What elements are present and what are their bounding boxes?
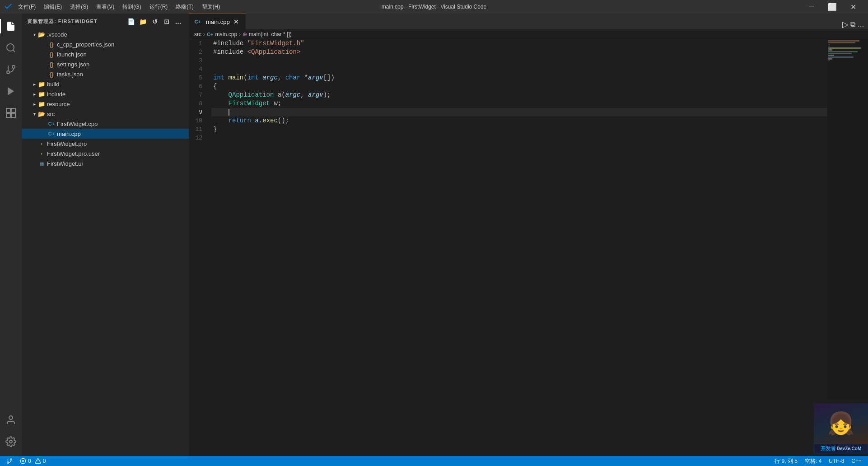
tree-item-c-cpp-properties[interactable]: {} c_cpp_properties.json bbox=[22, 39, 189, 49]
split-editor-button[interactable]: ⧉ bbox=[850, 20, 855, 28]
close-button[interactable]: ✕ bbox=[843, 0, 863, 14]
run-button[interactable]: ▷ bbox=[842, 19, 849, 29]
menu-goto[interactable]: 转到(G) bbox=[119, 0, 145, 14]
activity-run-debug[interactable] bbox=[0, 80, 22, 102]
breadcrumb-symbol-icon: ⊕ bbox=[243, 31, 247, 37]
tree-item-tasks[interactable]: {} tasks.json bbox=[22, 69, 189, 79]
code-line-1: #include "FirstWidget.h" bbox=[211, 39, 827, 48]
status-position[interactable]: 行 9, 列 5 bbox=[771, 456, 801, 466]
menu-help[interactable]: 帮助(H) bbox=[198, 0, 224, 14]
menu-edit[interactable]: 编辑(E) bbox=[40, 0, 65, 14]
activity-extensions[interactable] bbox=[0, 102, 22, 124]
mini-line-3 bbox=[828, 44, 830, 45]
mini-line-8 bbox=[828, 53, 852, 54]
more-actions-button[interactable]: … bbox=[857, 20, 864, 28]
corner-badge: 开发者 DevZe.CoM bbox=[814, 444, 868, 453]
tree-item-firstwidgetcpp[interactable]: C+ FirstWidget.cpp bbox=[22, 119, 189, 129]
activity-settings[interactable] bbox=[0, 431, 22, 452]
token: ); bbox=[323, 91, 331, 98]
svg-line-1 bbox=[13, 50, 15, 52]
explorer-icon bbox=[5, 21, 16, 32]
tree-item-firstwidgetpro[interactable]: ▪ FirstWidget.pro bbox=[22, 139, 189, 149]
token bbox=[213, 117, 229, 124]
tree-item-maincpp[interactable]: C+ main.cpp bbox=[22, 129, 189, 139]
chevron-right-icon-3: ▸ bbox=[32, 102, 37, 107]
folder-icon-include: 📁 bbox=[38, 91, 45, 98]
more-button[interactable]: … bbox=[173, 17, 183, 27]
token: argc bbox=[262, 74, 278, 81]
mini-line-2 bbox=[828, 42, 855, 43]
status-encoding[interactable]: UTF-8 bbox=[825, 456, 848, 466]
breadcrumb-sep-2: › bbox=[239, 31, 241, 37]
restore-button[interactable]: ⬜ bbox=[822, 0, 843, 14]
tree-item-launch[interactable]: {} launch.json bbox=[22, 49, 189, 59]
corner-badge-text: 开发者 bbox=[821, 446, 835, 451]
token: { bbox=[213, 83, 217, 90]
json-icon-2: {} bbox=[48, 51, 55, 58]
position-text: 行 9, 列 5 bbox=[775, 457, 798, 465]
tree-item-settings[interactable]: {} settings.json bbox=[22, 59, 189, 69]
new-folder-button[interactable]: 📁 bbox=[138, 17, 148, 27]
code-editor[interactable]: 1 2 3 4 5 6 7 8 9 10 11 12 #include "Fir… bbox=[189, 39, 868, 456]
activity-account[interactable] bbox=[0, 409, 22, 431]
tab-close-button[interactable]: ✕ bbox=[233, 18, 240, 25]
tree-item-firstwidgetui[interactable]: ▦ FirstWidget.ui bbox=[22, 158, 189, 168]
tree-item-vscode[interactable]: ▾ 📂 .vscode bbox=[22, 29, 189, 39]
status-errors[interactable]: 0 0 bbox=[16, 456, 49, 466]
refresh-button[interactable]: ↺ bbox=[150, 17, 160, 27]
tree-item-include[interactable]: ▸ 📁 include bbox=[22, 89, 189, 99]
titlebar-menu: 文件(F) 编辑(E) 选择(S) 查看(V) 转到(G) 运行(R) 终端(T… bbox=[14, 0, 224, 14]
svg-rect-8 bbox=[6, 113, 10, 117]
code-content[interactable]: #include "FirstWidget.h" #include <QAppl… bbox=[211, 39, 827, 456]
code-line-3 bbox=[211, 56, 827, 65]
activity-explorer[interactable] bbox=[0, 15, 22, 37]
folder-open-icon-src: 📂 bbox=[38, 111, 45, 117]
branch-icon bbox=[6, 458, 13, 464]
tree-item-src[interactable]: ▾ 📂 src bbox=[22, 109, 189, 119]
tree-label-resource: resource bbox=[47, 101, 70, 107]
collapse-button[interactable]: ⊡ bbox=[162, 17, 172, 27]
toolbar-right: ▷ ⧉ … bbox=[839, 19, 868, 29]
breadcrumb-file[interactable]: main.cpp bbox=[215, 31, 237, 37]
menu-terminal[interactable]: 终端(T) bbox=[172, 0, 197, 14]
token: main bbox=[229, 74, 244, 81]
activity-search[interactable] bbox=[0, 37, 22, 59]
status-language[interactable]: C++ bbox=[848, 456, 865, 466]
error-icon bbox=[20, 458, 26, 464]
menu-select[interactable]: 选择(S) bbox=[66, 0, 92, 14]
tree-item-firstwidgetprouser[interactable]: ▪ FirstWidget.pro.user bbox=[22, 149, 189, 158]
token: #include bbox=[213, 40, 247, 47]
status-branch[interactable] bbox=[3, 456, 16, 466]
activity-source-control[interactable] bbox=[0, 59, 22, 80]
menu-view[interactable]: 查看(V) bbox=[93, 0, 118, 14]
tree-item-build[interactable]: ▸ 📁 build bbox=[22, 79, 189, 89]
spaces-text: 空格: 4 bbox=[805, 457, 821, 465]
token: ( bbox=[243, 74, 247, 81]
line-num-5: 5 bbox=[189, 74, 206, 82]
token: int bbox=[247, 74, 263, 81]
status-spaces[interactable]: 空格: 4 bbox=[801, 456, 825, 466]
tree-item-resource[interactable]: ▸ 📁 resource bbox=[22, 99, 189, 109]
new-file-button[interactable]: 📄 bbox=[126, 17, 136, 27]
tab-maincpp[interactable]: C+ main.cpp ✕ bbox=[189, 14, 246, 29]
cpp-icon: C+ bbox=[48, 121, 55, 126]
chevron-right-icon: ▸ bbox=[32, 82, 37, 87]
menu-run[interactable]: 运行(R) bbox=[146, 0, 172, 14]
svg-marker-5 bbox=[8, 87, 14, 95]
pro-icon-2: ▪ bbox=[38, 151, 45, 156]
mini-line-4 bbox=[828, 46, 830, 47]
svg-rect-7 bbox=[11, 108, 15, 112]
minimize-button[interactable]: ─ bbox=[801, 0, 822, 14]
svg-point-0 bbox=[7, 44, 14, 51]
svg-point-10 bbox=[9, 416, 13, 419]
svg-rect-9 bbox=[11, 113, 15, 117]
breadcrumb-symbol[interactable]: main(int, char * []) bbox=[249, 31, 292, 37]
encoding-text: UTF-8 bbox=[829, 458, 844, 464]
menu-file[interactable]: 文件(F) bbox=[14, 0, 39, 14]
breadcrumb-src[interactable]: src bbox=[194, 31, 201, 37]
token: . bbox=[259, 117, 262, 124]
tab-cpp-icon: C+ bbox=[194, 19, 201, 24]
minimap-content bbox=[827, 39, 868, 63]
code-line-9 bbox=[211, 108, 827, 116]
token: a( bbox=[274, 91, 285, 98]
